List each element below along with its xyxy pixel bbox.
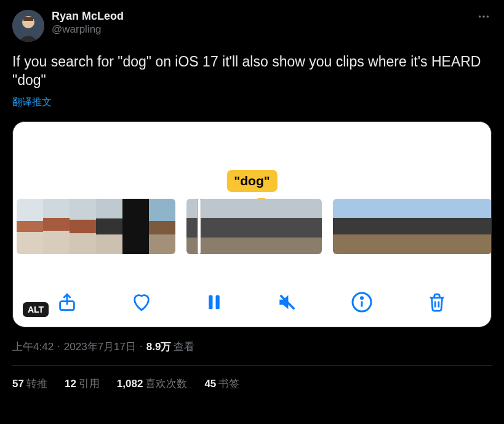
quotes-label: 引用 (79, 378, 100, 390)
video-frame (359, 199, 386, 254)
avatar[interactable] (12, 10, 44, 42)
svg-rect-2 (23, 17, 33, 21)
separator: · (56, 340, 62, 353)
mute-button[interactable] (277, 292, 298, 313)
retweets-label: 转推 (26, 378, 47, 390)
media-card[interactable]: "dog" (12, 121, 492, 327)
share-icon (57, 292, 78, 313)
divider (12, 365, 492, 366)
clip-thumbnail[interactable] (333, 199, 491, 254)
avatar-image (12, 10, 44, 42)
author-name-block[interactable]: Ryan McLeod @warpling (52, 10, 124, 36)
pause-button[interactable] (205, 293, 223, 311)
video-frame (43, 199, 70, 254)
svg-rect-7 (209, 295, 213, 310)
video-frame (220, 199, 254, 254)
heart-icon (131, 292, 152, 313)
tweet-date[interactable]: 2023年7月17日 (64, 340, 136, 354)
video-timeline (13, 199, 491, 254)
tweet-stats: 57转推 12引用 1,082喜欢次数 45书签 (12, 377, 492, 402)
playhead[interactable] (198, 199, 201, 254)
tweet-header: Ryan McLeod @warpling (12, 10, 492, 42)
bookmarks-stat[interactable]: 45书签 (204, 377, 239, 391)
mute-icon (277, 292, 298, 313)
svg-point-12 (361, 297, 363, 299)
svg-point-4 (482, 15, 485, 18)
video-frame (439, 199, 465, 254)
likes-label: 喜欢次数 (145, 378, 187, 390)
svg-rect-8 (216, 295, 220, 310)
svg-point-5 (487, 15, 489, 18)
alt-badge[interactable]: ALT (23, 302, 49, 317)
video-frame (149, 199, 175, 254)
video-frame (17, 199, 43, 254)
video-frame (386, 199, 412, 254)
handle: @warpling (52, 23, 124, 36)
ellipsis-icon (477, 10, 490, 23)
svg-point-3 (479, 15, 481, 18)
clip-thumbnail[interactable] (186, 199, 322, 254)
tweet-meta: 上午4:42 · 2023年7月17日 · 8.9万 查看 (12, 340, 492, 354)
video-frame (288, 199, 322, 254)
video-frame (96, 199, 122, 254)
views-count: 8.9万 (146, 340, 172, 354)
quotes-stat[interactable]: 12引用 (65, 377, 100, 391)
retweets-count: 57 (12, 378, 24, 390)
video-frame (254, 199, 288, 254)
video-frame (412, 199, 439, 254)
likes-count: 1,082 (117, 378, 143, 390)
clip-thumbnail[interactable] (17, 199, 175, 254)
info-button[interactable] (351, 291, 373, 313)
retweets-stat[interactable]: 57转推 (12, 377, 47, 391)
views-label: 查看 (174, 340, 194, 354)
trash-icon (426, 292, 447, 313)
tweet-container: Ryan McLeod @warpling If you search for … (0, 0, 504, 402)
likes-stat[interactable]: 1,082喜欢次数 (117, 377, 188, 391)
display-name: Ryan McLeod (52, 10, 124, 23)
quotes-count: 12 (65, 378, 76, 390)
translate-link[interactable]: 翻译推文 (12, 96, 492, 109)
tweet-time[interactable]: 上午4:42 (12, 340, 54, 354)
media-toolbar (13, 291, 491, 313)
delete-button[interactable] (426, 292, 447, 313)
info-icon (351, 291, 373, 313)
video-frame (186, 199, 220, 254)
bookmarks-count: 45 (204, 378, 216, 390)
separator: · (138, 340, 144, 353)
pause-icon (205, 293, 223, 311)
video-frame (70, 199, 96, 254)
like-button[interactable] (131, 292, 152, 313)
share-button[interactable] (57, 292, 78, 313)
bookmarks-label: 书签 (218, 378, 239, 390)
video-frame (465, 199, 491, 254)
search-tooltip: "dog" (226, 170, 277, 192)
video-frame (122, 199, 149, 254)
tweet-text: If you search for "dog" on iOS 17 it'll … (12, 53, 492, 90)
video-frame (333, 199, 359, 254)
more-options-button[interactable] (477, 10, 490, 26)
